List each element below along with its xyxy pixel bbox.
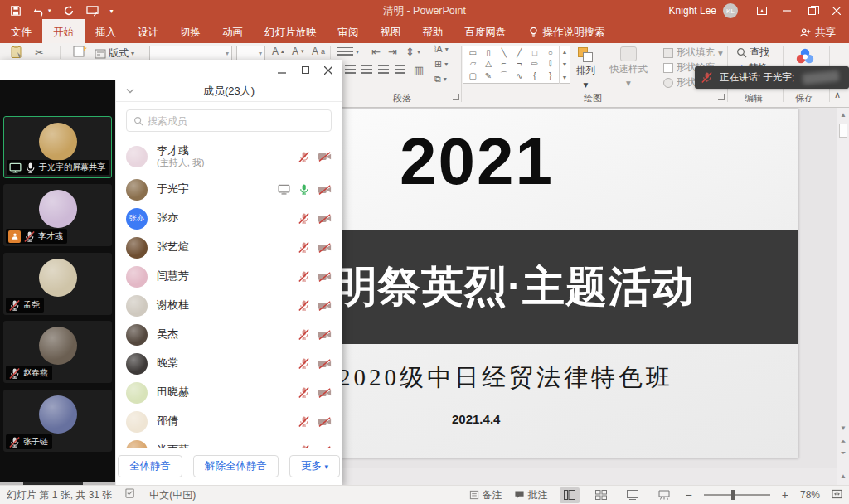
line-spacing-icon[interactable]: ⇕▾ bbox=[405, 46, 420, 58]
video-tile[interactable]: 于光宇的屏幕共享 bbox=[3, 116, 112, 178]
baidu-netdisk-icon[interactable] bbox=[794, 46, 816, 66]
zoom-out-icon[interactable]: − bbox=[686, 488, 692, 502]
tab-help[interactable]: 帮助 bbox=[412, 22, 454, 43]
ribbon-display-options-icon[interactable] bbox=[750, 0, 774, 22]
spell-check-icon[interactable] bbox=[125, 488, 136, 502]
member-row[interactable]: 李才彧 (主持人, 我) bbox=[126, 138, 332, 175]
customize-qat-caret[interactable]: ▾ bbox=[110, 7, 114, 15]
zoom-slider-thumb[interactable] bbox=[731, 490, 735, 500]
more-button[interactable]: 更多 ▾ bbox=[289, 455, 340, 477]
paragraph-dialog-launcher[interactable] bbox=[453, 94, 459, 100]
shapes-gallery[interactable]: ▭▯╲╱□○ ▱△⌐¬⇨⇩ ▢✎⌒∿{} bbox=[463, 46, 570, 84]
notes-scroll-up-icon[interactable]: ▲ bbox=[837, 472, 849, 480]
quick-styles-button[interactable]: 快速样式▾ bbox=[609, 46, 648, 89]
member-row[interactable]: 闫慧芳 bbox=[126, 262, 332, 291]
video-tile[interactable]: 赵春燕 bbox=[3, 321, 112, 383]
vertical-scrollbar[interactable]: ▲ ▼ ⏶ ⏷ ▲ bbox=[837, 108, 849, 485]
share-button[interactable]: 共享 bbox=[786, 22, 849, 43]
tab-animations[interactable]: 动画 bbox=[211, 22, 254, 43]
start-slideshow-icon[interactable] bbox=[86, 5, 99, 17]
member-row[interactable]: 尚雨藤 bbox=[126, 436, 332, 448]
next-slide-icon[interactable]: ⏷ bbox=[837, 449, 849, 458]
scroll-up-icon[interactable]: ▲ bbox=[837, 111, 849, 119]
zoom-slider[interactable] bbox=[704, 494, 770, 496]
smartart-icon[interactable]: ⧉▾ bbox=[434, 74, 447, 85]
previous-slide-icon[interactable]: ⏶ bbox=[837, 438, 849, 446]
video-tile[interactable]: 张子链 bbox=[3, 390, 112, 452]
zoom-in-icon[interactable]: + bbox=[782, 488, 788, 502]
increase-font-icon[interactable]: A▴ bbox=[272, 46, 284, 57]
decrease-indent-icon[interactable]: ⇤ bbox=[371, 46, 381, 58]
layout-button[interactable]: 版式▾ bbox=[95, 46, 134, 61]
close-button[interactable] bbox=[824, 0, 849, 22]
tab-file[interactable]: 文件 bbox=[0, 22, 42, 43]
tab-baidu-netdisk[interactable]: 百度网盘 bbox=[454, 22, 517, 43]
undo-icon[interactable]: ▾ bbox=[33, 6, 51, 17]
reading-view-button[interactable] bbox=[623, 487, 643, 503]
decrease-font-icon[interactable]: A▾ bbox=[292, 46, 304, 57]
minimize-button[interactable] bbox=[774, 0, 799, 22]
member-search-box[interactable] bbox=[126, 109, 332, 132]
member-row[interactable]: 田晓赫 bbox=[126, 378, 332, 407]
redo-icon[interactable] bbox=[63, 5, 75, 17]
notes-button[interactable]: 备注 bbox=[469, 488, 502, 502]
increase-indent-icon[interactable]: ⇥ bbox=[388, 46, 397, 58]
fit-to-window-icon[interactable] bbox=[832, 489, 842, 502]
meeting-minimize-button[interactable] bbox=[270, 61, 294, 80]
tab-review[interactable]: 审阅 bbox=[327, 22, 370, 43]
align-right-icon[interactable] bbox=[378, 65, 389, 75]
zoom-percent[interactable]: 78% bbox=[800, 489, 820, 501]
drawing-dialog-launcher[interactable] bbox=[718, 94, 725, 100]
numbering-icon[interactable]: ▾ bbox=[345, 47, 359, 56]
save-icon[interactable] bbox=[10, 5, 22, 17]
member-row[interactable]: 张亦 张亦 bbox=[126, 204, 332, 233]
justify-icon[interactable] bbox=[395, 65, 405, 75]
scroll-down-icon[interactable]: ▼ bbox=[837, 424, 849, 432]
account-name[interactable]: Knight Lee bbox=[669, 5, 716, 17]
slide-canvas[interactable]: 2021 明祭英烈·主题活动 2020级中日经贸法律特色班 2021.4.4 bbox=[342, 109, 798, 458]
new-slide-button[interactable] bbox=[73, 45, 87, 58]
text-direction-icon[interactable]: ⦚A▾ bbox=[434, 44, 449, 55]
member-row[interactable]: 吴杰 bbox=[126, 320, 332, 349]
tab-transitions[interactable]: 切换 bbox=[169, 22, 211, 43]
member-row[interactable]: 晚棠 bbox=[126, 349, 332, 378]
account-avatar[interactable]: KL bbox=[723, 3, 738, 18]
unmute-all-button[interactable]: 解除全体静音 bbox=[193, 455, 279, 477]
mute-all-button[interactable]: 全体静音 bbox=[118, 455, 182, 477]
meeting-maximize-button[interactable] bbox=[294, 61, 317, 80]
language-status[interactable]: 中文(中国) bbox=[149, 488, 196, 502]
tab-insert[interactable]: 插入 bbox=[85, 22, 127, 43]
slideshow-view-button[interactable] bbox=[654, 487, 674, 503]
tell-me-search[interactable]: 操作说明搜索 bbox=[529, 22, 605, 43]
paste-button[interactable] bbox=[10, 45, 24, 59]
member-search-input[interactable] bbox=[148, 115, 324, 127]
collapse-ribbon-icon[interactable]: ∧ bbox=[834, 90, 841, 100]
restore-button[interactable] bbox=[799, 0, 824, 22]
align-left-icon[interactable] bbox=[345, 65, 356, 75]
shape-fill-button[interactable]: 形状填充▾ bbox=[663, 46, 723, 59]
find-button[interactable]: 查找 bbox=[736, 46, 769, 60]
comments-button[interactable]: 批注 bbox=[514, 488, 548, 502]
tab-home[interactable]: 开始 bbox=[42, 22, 85, 43]
member-row[interactable]: 张艺煊 bbox=[126, 233, 332, 262]
cut-icon[interactable]: ✂ bbox=[35, 46, 44, 59]
shapes-gallery-scroll[interactable]: ▲▼▼ bbox=[559, 46, 570, 84]
columns-icon[interactable]: ▥ bbox=[414, 64, 424, 76]
meeting-close-button[interactable] bbox=[317, 61, 340, 80]
arrange-button[interactable]: 排列▾ bbox=[576, 46, 595, 90]
slide-sorter-view-button[interactable] bbox=[591, 487, 611, 503]
scrollbar-thumb[interactable] bbox=[839, 124, 847, 138]
tab-slideshow[interactable]: 幻灯片放映 bbox=[254, 22, 327, 43]
tab-design[interactable]: 设计 bbox=[127, 22, 169, 43]
normal-view-button[interactable] bbox=[560, 487, 580, 503]
member-row[interactable]: 邵倩 bbox=[126, 407, 332, 436]
video-tile[interactable]: 李才彧 bbox=[3, 184, 112, 246]
member-row[interactable]: 谢枚桂 bbox=[126, 291, 332, 320]
tab-view[interactable]: 视图 bbox=[370, 22, 412, 43]
align-text-icon[interactable]: ⊞▾ bbox=[434, 59, 448, 70]
member-row[interactable]: 于光宇 bbox=[126, 175, 332, 204]
video-tile[interactable]: 孟尧 bbox=[3, 253, 112, 315]
align-center-icon[interactable] bbox=[361, 65, 372, 75]
change-case-icon[interactable]: Aa bbox=[312, 46, 325, 57]
member-list[interactable]: 李才彧 (主持人, 我) 于光宇 张亦 张亦 张艺煊 bbox=[116, 136, 342, 448]
